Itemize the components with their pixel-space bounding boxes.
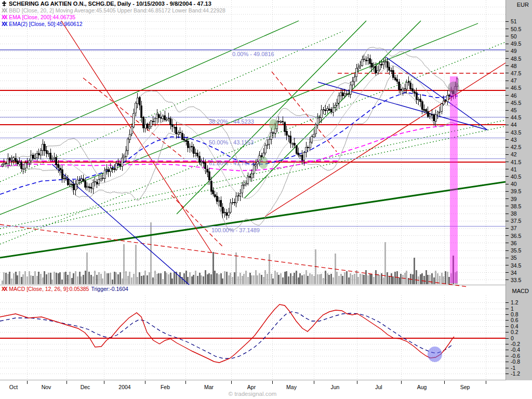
month-label: Mar bbox=[204, 384, 214, 390]
price-tick-label: 50 bbox=[511, 33, 517, 39]
chart-title: SCHERING AG AKTIEN O.N., SCHG.DE, Daily … bbox=[9, 1, 211, 7]
indicator-label: EMA [Close, 200]:44.06735 bbox=[9, 14, 75, 20]
price-tick-label: 34 bbox=[511, 270, 517, 276]
price-tick-label: 34.5 bbox=[511, 262, 521, 269]
indicator-label: EMA(2) [Close, 50]:45.960612 bbox=[9, 21, 82, 27]
chart-canvas[interactable] bbox=[0, 0, 532, 399]
indicator-xx-icon: XX bbox=[2, 286, 6, 292]
tradesignal-chart-window: SCHERING AG AKTIEN O.N., SCHG.DE, Daily … bbox=[0, 0, 532, 399]
month-label: Aug bbox=[417, 384, 427, 390]
month-label: Dec bbox=[81, 384, 90, 390]
price-tick-label: 45.5 bbox=[511, 100, 521, 106]
macd-tick-label: 1.2 bbox=[511, 299, 518, 305]
price-axis-title: EUR bbox=[506, 2, 529, 8]
price-tick-label: 39 bbox=[511, 196, 517, 202]
indicator-xx-icon: XX bbox=[2, 8, 6, 14]
macd-tick-label: 0.2 bbox=[511, 329, 518, 335]
month-label: Jul bbox=[375, 384, 382, 390]
price-tick-label: 49.5 bbox=[511, 41, 521, 47]
fib-level-label: 100.00% - 37.1489 bbox=[211, 227, 260, 233]
macd-tick-label: 0 bbox=[511, 335, 514, 341]
chart-title-row[interactable]: SCHERING AG AKTIEN O.N., SCHG.DE, Daily … bbox=[2, 1, 225, 7]
macd-tick-label: 0.6 bbox=[511, 317, 518, 323]
indicator-xx-icon: XX bbox=[2, 15, 6, 20]
price-tick-label: 49 bbox=[511, 48, 517, 54]
price-tick-label: 40 bbox=[511, 181, 517, 187]
price-tick-label: 41 bbox=[511, 166, 517, 172]
macd-tick-label: 1 bbox=[511, 305, 514, 312]
price-tick-label: 42 bbox=[511, 151, 517, 157]
price-tick-label: 48 bbox=[511, 63, 517, 69]
indicator-xx-icon: XX bbox=[2, 21, 6, 27]
price-tick-label: 36 bbox=[511, 240, 517, 246]
macd-tick-label: -1.2 bbox=[511, 370, 520, 377]
watermark: © tradesignal.com bbox=[229, 391, 277, 397]
price-tick-label: 37 bbox=[511, 225, 517, 231]
chart-legend: SCHERING AG AKTIEN O.N., SCHG.DE, Daily … bbox=[2, 1, 225, 28]
fib-level-label: 0.00% - 49.0816 bbox=[232, 51, 274, 57]
macd-tick-label: -0.8 bbox=[511, 358, 520, 365]
price-tick-label: 36.5 bbox=[511, 233, 521, 239]
price-tick-label: 39.5 bbox=[511, 188, 521, 194]
price-tick-label: 43.5 bbox=[511, 129, 521, 136]
price-tick-label: 44 bbox=[511, 122, 517, 128]
macd-axis-title: MACD bbox=[506, 288, 529, 294]
month-label: Feb bbox=[161, 384, 170, 390]
macd-tick-label: 0.4 bbox=[511, 323, 518, 329]
macd-tick-label: -0.4 bbox=[511, 347, 520, 353]
price-tick-label: 51 bbox=[511, 18, 517, 24]
indicator-legend-ema200[interactable]: XXEMA [Close, 200]:44.06735 bbox=[2, 14, 225, 21]
macd-tick-label: -1 bbox=[511, 365, 515, 371]
price-tick-label: 44.5 bbox=[511, 114, 521, 121]
price-tick-label: 42.5 bbox=[511, 144, 521, 150]
month-label: Apr bbox=[247, 384, 256, 390]
price-tick-label: 38 bbox=[511, 210, 517, 217]
price-tick-label: 46 bbox=[511, 92, 517, 99]
price-tick-label: 47 bbox=[511, 77, 517, 84]
month-label: Oct bbox=[9, 384, 18, 390]
macd-label: MACD [Close, 12, 26, 9]:0.05385 bbox=[9, 286, 89, 292]
price-tick-label: 47.5 bbox=[511, 70, 521, 76]
macd-legend[interactable]: XXMACD [Close, 12, 26, 9]:0.05385Trigger… bbox=[2, 286, 130, 292]
month-label: May bbox=[286, 384, 297, 390]
fib-level-label: 50.00% - 43.1153 bbox=[209, 139, 254, 145]
price-tick-label: 38.5 bbox=[511, 203, 521, 209]
price-tick-label: 50.5 bbox=[511, 26, 521, 32]
indicator-legend-ema50[interactable]: XXEMA(2) [Close, 50]:45.960612 bbox=[2, 21, 225, 28]
month-label: 2004 bbox=[118, 384, 130, 390]
month-label: Sep bbox=[460, 384, 470, 390]
macd-tick-label: -0.2 bbox=[511, 341, 520, 347]
price-tick-label: 48.5 bbox=[511, 56, 521, 62]
price-tick-label: 45 bbox=[511, 107, 517, 113]
fib-level-label: 61.80% - 41.7072 bbox=[209, 160, 254, 166]
month-label: Nov bbox=[42, 384, 51, 390]
price-tick-label: 43 bbox=[511, 137, 517, 143]
macd-trigger-label: Trigger:-0.1604 bbox=[91, 286, 128, 292]
chart-pin-icon bbox=[2, 1, 7, 6]
price-tick-label: 37.5 bbox=[511, 218, 521, 224]
macd-tick-label: -0.6 bbox=[511, 353, 520, 359]
fib-level-label: 38.20% - 44.5233 bbox=[209, 118, 254, 125]
macd-tick-label: 0.8 bbox=[511, 311, 518, 317]
price-tick-label: 40.5 bbox=[511, 174, 521, 180]
indicator-legend-bollinger[interactable]: XXBBD [Close, 20, 2] Moving Average:45.5… bbox=[2, 7, 225, 14]
price-tick-label: 46.5 bbox=[511, 85, 521, 91]
price-tick-label: 41.5 bbox=[511, 159, 521, 165]
price-tick-label: 33.5 bbox=[511, 277, 521, 283]
price-tick-label: 35 bbox=[511, 255, 517, 261]
month-label: Jun bbox=[331, 384, 340, 390]
price-tick-label: 35.5 bbox=[511, 247, 521, 254]
indicator-label: BBD [Close, 20, 2] Moving Average:45.540… bbox=[9, 7, 225, 14]
